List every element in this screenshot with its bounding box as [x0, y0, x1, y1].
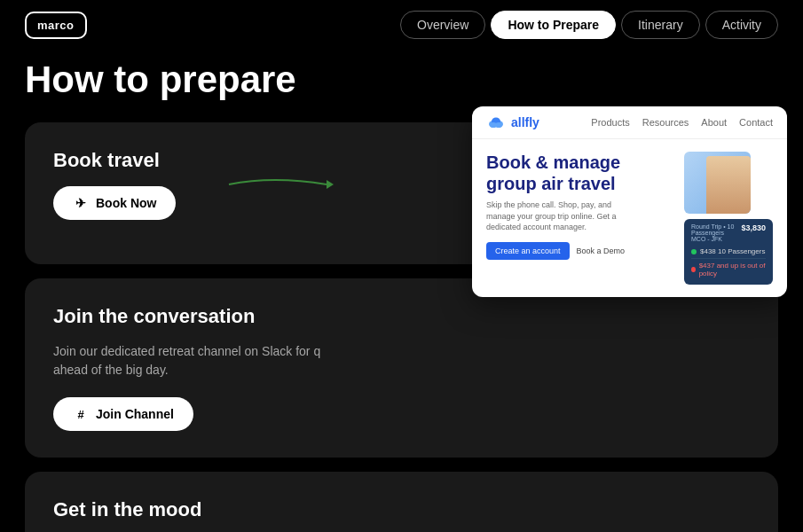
nav-link-activity[interactable]: Activity	[705, 11, 778, 39]
nav-link-itinerary[interactable]: Itinerary	[621, 11, 700, 39]
join-conversation-title: Join the conversation	[53, 305, 750, 328]
book-travel-card: Book travel ✈ Book Now	[25, 122, 778, 264]
allfly-text-block: Book & manage group air travel Skip the …	[486, 152, 673, 260]
nav-link-how-to-prepare[interactable]: How to Prepare	[491, 11, 616, 39]
navigation: marco Overview How to Prepare Itinerary …	[0, 0, 803, 50]
join-conversation-card: Join the conversation Join our dedicated…	[25, 278, 778, 458]
allfly-hero-image	[684, 152, 751, 214]
allfly-body: Book & manage group air travel Skip the …	[472, 139, 787, 297]
allfly-right-panel: Round Trip • 10 Passengers MCO - JFK $3,…	[684, 152, 773, 285]
allfly-create-account-button[interactable]: Create an account	[486, 242, 570, 260]
slack-icon: #	[73, 406, 89, 422]
allfly-book-demo-button[interactable]: Book a Demo	[577, 242, 626, 260]
allfly-price: $3,830	[741, 223, 766, 242]
svg-point-5	[495, 122, 502, 128]
allfly-buttons: Create an account Book a Demo	[486, 242, 673, 260]
get-in-mood-card: Get in the mood Join our collaborative S…	[25, 472, 778, 532]
nav-links: Overview How to Prepare Itinerary Activi…	[400, 11, 778, 39]
allfly-card-header: Round Trip • 10 Passengers MCO - JFK $3,…	[691, 223, 766, 242]
allfly-route: MCO - JFK	[691, 236, 741, 242]
plane-icon: ✈	[73, 195, 89, 211]
allfly-price-row-1: $438 10 Passengers	[691, 245, 766, 259]
allfly-headline: Book & manage group air travel	[486, 152, 673, 194]
allfly-preview: allfly Products Resources About Contact …	[472, 106, 787, 297]
svg-marker-0	[327, 180, 334, 189]
allfly-nav: allfly Products Resources About Contact	[472, 106, 787, 139]
logo: marco	[25, 12, 87, 39]
allfly-price-row-2: $437 and up is out of policy	[691, 259, 766, 280]
allfly-logo: allfly	[486, 115, 539, 129]
join-conversation-desc: Join our dedicated retreat channel on Sl…	[53, 342, 355, 379]
allfly-person-silhouette	[706, 156, 751, 214]
red-dot	[691, 267, 696, 272]
allfly-nav-links: Products Resources About Contact	[591, 117, 773, 128]
allfly-price-card: Round Trip • 10 Passengers MCO - JFK $3,…	[684, 219, 773, 285]
page-title: How to prepare	[25, 59, 778, 101]
allfly-trip-type: Round Trip • 10 Passengers	[691, 223, 741, 236]
arrow	[220, 171, 335, 201]
join-channel-button[interactable]: # Join Channel	[53, 397, 193, 431]
allfly-subtext: Skip the phone call. Shop, pay, and mana…	[486, 200, 642, 233]
green-dot	[691, 249, 697, 254]
nav-link-overview[interactable]: Overview	[400, 11, 485, 39]
book-now-button[interactable]: ✈ Book Now	[53, 186, 176, 220]
main-content: How to prepare Book travel ✈ Book Now	[0, 50, 803, 532]
get-in-mood-title: Get in the mood	[53, 498, 750, 521]
allfly-logo-text: allfly	[511, 115, 539, 129]
